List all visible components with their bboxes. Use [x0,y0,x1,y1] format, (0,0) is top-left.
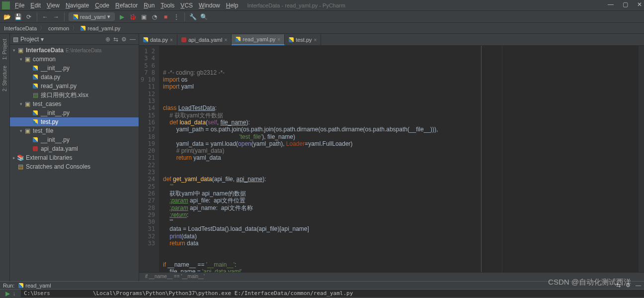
profile-icon[interactable]: ◔ [151,13,159,21]
editor-tab[interactable]: read_yaml.py× [232,34,285,45]
py-icon [289,37,294,42]
crumb-file[interactable]: read_yaml.py [80,25,120,31]
editor-panel: data.py×api_data.yaml×read_yaml.py×test.… [139,34,644,281]
tree-file[interactable]: __init__.py [10,108,139,117]
python-icon [18,283,23,288]
tree-file[interactable]: read_yaml.py [10,82,139,91]
menu-window[interactable]: Window [196,1,223,10]
console-output[interactable]: C:\Users \Local\Programs\Python\Python37… [21,290,644,297]
locate-icon[interactable]: ⊕ [105,36,110,43]
tab-label: data.py [150,37,168,43]
tree-folder-testcases[interactable]: ▾▣test_cases [10,99,139,108]
tab-label: api_data.yaml [188,37,223,43]
gear-icon[interactable]: ⚙ [121,36,127,43]
crumb-folder[interactable]: common [48,25,69,31]
close-tab-icon[interactable]: × [170,37,173,43]
close-icon[interactable]: ✕ [637,1,642,8]
yaml-icon [181,37,186,42]
tree-file[interactable]: data.py [10,73,139,82]
stop-icon[interactable]: ■ [161,13,169,21]
structure-tool-tab[interactable]: 2: Structure [1,63,8,95]
minimize-icon[interactable]: — [608,1,614,8]
editor-tab[interactable]: api_data.yaml× [177,34,232,45]
run-tab-name[interactable]: read_yaml [25,283,51,289]
chevron-down-icon[interactable]: ▾ [41,36,44,43]
editor-split [481,46,638,272]
app-icon [2,1,10,9]
tree-file-selected[interactable]: test.py [10,117,139,126]
tab-label: test.py [296,37,312,43]
tree-file[interactable]: api_data.yaml [10,144,139,153]
back-icon[interactable]: ← [41,13,49,21]
tree-folder-testfile[interactable]: ▾▣test_file [10,126,139,135]
tree-file[interactable]: __init__.py [10,135,139,144]
forward-icon[interactable]: → [52,13,60,21]
python-icon [73,14,78,19]
close-tab-icon[interactable]: × [277,37,280,42]
down-icon[interactable]: ↓ [13,290,16,297]
rerun-icon[interactable]: ▶ [5,290,10,297]
menu-refactor[interactable]: Refactor [112,1,141,10]
crumb-project[interactable]: InterfaceData [4,25,37,31]
project-panel: ▤ Project ▾ ⊕ ⇆ ⚙ — ▾▣InterfaceDataE:\In… [10,34,139,281]
editor-tab[interactable]: test.py× [285,34,321,45]
menu-vcs[interactable]: VCS [177,1,196,10]
tree-folder-common[interactable]: ▾▣common [10,55,139,64]
debug-icon[interactable]: 🐞 [129,13,137,21]
editor-tabs: data.py×api_data.yaml×read_yaml.py×test.… [139,34,644,46]
hide-icon[interactable]: — [130,36,136,43]
menu-tools[interactable]: Tools [158,1,177,10]
refresh-icon[interactable]: ⟳ [25,13,33,21]
line-gutter: 1 2 3 4 5 6 7 8 9 10 11 12 13 14 15 16 1… [139,46,159,272]
build-icon[interactable]: 🔧 [189,13,197,21]
run-config-label: read_yaml [80,14,105,20]
menu-bar: FileEditViewNavigateCodeRefactorRunTools… [0,0,644,11]
more-icon[interactable]: ⋮ [172,13,180,21]
close-tab-icon[interactable]: × [314,37,317,43]
tree-file[interactable]: ▤接口用例文档.xlsx [10,91,139,99]
maximize-icon[interactable]: ▢ [623,1,628,8]
py-icon [143,37,148,42]
project-label: Project [20,36,39,43]
project-tool-tab[interactable]: 1: Project [1,36,8,63]
menu-run[interactable]: Run [141,1,158,10]
hide-panel-icon[interactable]: — [636,282,641,289]
coverage-icon[interactable]: ▣ [140,13,148,21]
menu-view[interactable]: View [44,1,63,10]
left-tool-tabs: 1: Project 2: Structure [0,34,10,281]
menu-edit[interactable]: Edit [27,1,44,10]
py-icon [236,37,241,42]
soft-wrap-icon[interactable]: ⇆ [616,282,621,289]
run-label: Run: [3,283,14,289]
run-config-combo[interactable]: read_yaml ▾ [69,12,115,21]
save-icon[interactable]: 💾 [14,13,22,21]
menu-help[interactable]: Help [223,1,242,10]
breadcrumb: InterfaceData 〉 common 〉 read_yaml.py [0,23,644,34]
minimap[interactable] [638,46,644,272]
window-title: InterfaceData - read_yaml.py - PyCharm [247,2,345,8]
expand-icon[interactable]: ⇆ [113,36,118,43]
tree-external-libs[interactable]: ▸📚External Libraries [10,153,139,162]
open-icon[interactable]: 📂 [3,13,11,21]
close-tab-icon[interactable]: × [224,37,227,43]
tab-label: read_yaml.py [242,36,275,42]
run-tool-window: Run: read_yaml ⇆ ⚙ — ▶ ↓ C:\Users \Local… [0,281,644,297]
search-icon[interactable]: 🔍 [200,13,208,21]
tree-root[interactable]: ▾▣InterfaceDataE:\InterfaceData [10,46,139,55]
menu-code[interactable]: Code [92,1,112,10]
tree-scratches[interactable]: ▤Scratches and Consoles [10,162,139,171]
code-breadcrumb[interactable]: if __name__ == '__main__' [139,272,644,281]
code-area[interactable]: # -*- coding: gb2312 -*-import osimport … [159,46,481,272]
project-tree: ▾▣InterfaceDataE:\InterfaceData ▾▣common… [10,45,139,281]
editor-tab[interactable]: data.py× [139,34,177,45]
tree-file[interactable]: __init__.py [10,64,139,73]
menu-file[interactable]: File [12,1,27,10]
chevron-down-icon: ▾ [107,13,110,20]
menu-navigate[interactable]: Navigate [63,1,92,10]
folder-icon: ▤ [13,36,18,43]
run-icon[interactable]: ▶ [118,13,126,21]
settings-icon[interactable]: ⚙ [626,282,631,289]
toolbar: 📂 💾 ⟳ ← → read_yaml ▾ ▶ 🐞 ▣ ◔ ■ ⋮ 🔧 🔍 [0,11,644,23]
